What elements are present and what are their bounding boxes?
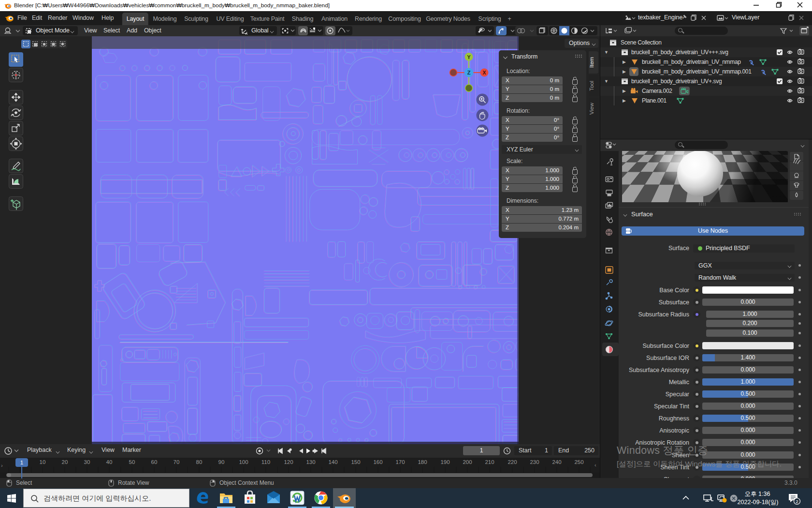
- svg-text:Z: Z: [467, 70, 471, 75]
- svg-text:Y: Y: [467, 54, 470, 60]
- svg-text:X: X: [482, 70, 486, 75]
- svg-text:2: 2: [796, 499, 798, 504]
